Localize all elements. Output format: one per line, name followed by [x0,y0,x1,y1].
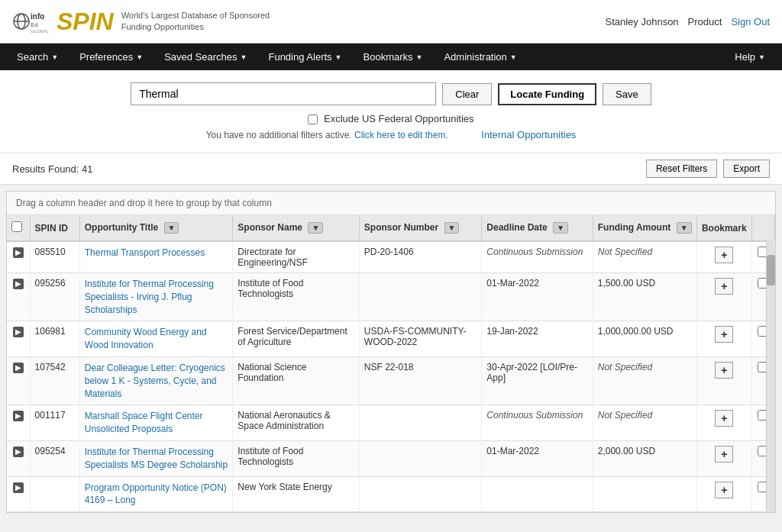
bookmark-button[interactable]: + [715,410,733,427]
product-link[interactable]: Product [688,16,722,27]
save-button[interactable]: Save [603,83,651,105]
th-funding-amount: Funding Amount ▼ [593,215,696,241]
nav-preferences[interactable]: Preferences ▼ [69,44,153,70]
opp-title-cell: Program Opportunity Notice (PON) 4169 – … [79,476,233,512]
nav-administration[interactable]: Administration ▼ [433,44,527,70]
preferences-arrow: ▼ [136,53,143,61]
bookmark-cell: + [696,405,751,441]
opp-title-link[interactable]: Institute for Thermal Processing Special… [85,279,214,315]
search-input[interactable] [131,82,436,105]
bookmark-button[interactable]: + [715,326,733,343]
header-right: Stanley Johnson Product Sign Out [605,16,770,27]
opp-title-filter[interactable]: ▼ [164,222,179,234]
bookmark-cell: + [696,273,751,321]
expand-button[interactable]: ▶ [13,363,24,373]
nav-bar: Search ▼ Preferences ▼ Saved Searches ▼ … [0,44,782,70]
opp-title-cell: Institute for Thermal Processing Special… [79,441,233,477]
spin-id-cell: 095254 [30,441,79,477]
sponsor-name-cell: Directorate for Engineering/NSF [233,241,359,273]
funding-alerts-arrow: ▼ [335,53,342,61]
nav-help[interactable]: Help ▼ [724,44,776,70]
reset-filters-button[interactable]: Reset Filters [646,160,717,178]
expand-button[interactable]: ▶ [13,411,24,421]
sponsor-name-cell: Institute of Food Technologists [233,441,359,477]
svg-text:Ed: Ed [31,21,38,28]
export-button[interactable]: Export [723,160,770,178]
main-content: Drag a column header and drop it here to… [6,191,776,513]
signout-link[interactable]: Sign Out [731,16,770,27]
bookmark-button[interactable]: + [715,247,733,263]
sponsor-name-cell: Institute of Food Technologists [233,273,359,321]
bookmark-button[interactable]: + [715,278,733,295]
funding-amount-cell [593,476,696,512]
bookmark-cell: + [696,357,751,405]
spin-id-cell: 001117 [30,405,79,441]
nav-bookmarks[interactable]: Bookmarks ▼ [353,44,434,70]
funding-filter[interactable]: ▼ [677,222,692,234]
sponsor-name-cell: National Aeronautics & Space Administrat… [233,405,359,441]
opp-title-link[interactable]: Thermal Transport Processes [85,247,205,258]
funding-amount-cell: Not Specified [593,357,696,405]
nav-search[interactable]: Search ▼ [6,44,69,70]
sponsor-number-cell [359,476,481,512]
expand-button[interactable]: ▶ [13,327,24,337]
opp-title-cell: Institute for Thermal Processing Special… [79,273,233,321]
internal-opportunities-link[interactable]: Internal Opportunities [481,129,576,140]
expand-button[interactable]: ▶ [13,447,24,457]
sponsor-number-cell: NSF 22-018 [359,357,481,405]
bookmark-cell: + [696,476,751,512]
table-row: ▶Program Opportunity Notice (PON) 4169 –… [7,476,775,512]
search-row: Clear Locate Funding Save [12,82,770,105]
spin-id-cell: 095256 [30,273,79,321]
select-all-checkbox[interactable] [11,221,22,232]
bookmark-button[interactable]: + [715,446,733,463]
exclude-checkbox[interactable] [308,114,318,124]
deadline-cell [482,476,593,512]
filter-info: You have no additional filters active. C… [12,129,770,140]
table-row: ▶106981Community Wood Energy and Wood In… [7,321,775,357]
sponsor-name-cell: Forest Service/Department of Agriculture [233,321,359,357]
funding-amount-cell: Not Specified [593,405,696,441]
sponsor-name-filter[interactable]: ▼ [308,222,323,234]
table-row: ▶085510Thermal Transport ProcessesDirect… [7,241,775,273]
bookmark-cell: + [696,441,751,477]
deadline-cell: 19-Jan-2022 [482,321,593,357]
locate-funding-button[interactable]: Locate Funding [498,83,596,105]
opp-title-link[interactable]: Marshall Space Flight Center Unsolicited… [85,411,203,434]
spin-id-cell: 106981 [30,321,79,357]
bookmark-button[interactable]: + [715,482,733,498]
nav-left: Search ▼ Preferences ▼ Saved Searches ▼ … [6,44,528,70]
opp-title-cell: Dear Colleague Letter: Cryogenics below … [79,357,233,405]
sponsor-number-cell [359,273,481,321]
opp-title-link[interactable]: Institute for Thermal Processing Special… [85,447,228,470]
sponsor-number-cell: PD-20-1406 [359,241,481,273]
sponsor-number-cell: USDA-FS-COMMUNITY-WOOD-2022 [359,321,481,357]
opp-title-link[interactable]: Program Opportunity Notice (PON) 4169 – … [85,482,227,506]
bookmark-cell: + [696,321,751,357]
edit-filters-link[interactable]: Click here to edit them. [354,130,448,140]
bookmark-button[interactable]: + [715,362,733,379]
deadline-cell: 01-Mar-2022 [482,441,593,477]
help-arrow: ▼ [758,53,765,61]
exclude-label[interactable]: Exclude US Federal Opportunities [308,113,473,124]
nav-saved-searches[interactable]: Saved Searches ▼ [153,44,257,70]
sponsor-name-cell: National Science Foundation [233,357,359,405]
expand-button[interactable]: ▶ [13,482,24,493]
results-actions: Reset Filters Export [646,160,770,178]
opp-title-link[interactable]: Community Wood Energy and Wood Innovatio… [85,327,207,350]
sponsor-number-filter[interactable]: ▼ [444,222,460,234]
nav-right: Help ▼ [724,44,776,70]
expand-button[interactable]: ▶ [13,279,24,289]
svg-text:info: info [31,12,44,21]
search-area: Clear Locate Funding Save Exclude US Fed… [0,70,782,153]
clear-button[interactable]: Clear [442,83,492,105]
deadline-filter[interactable]: ▼ [553,222,568,234]
opp-title-link[interactable]: Dear Colleague Letter: Cryogenics below … [85,363,225,399]
nav-funding-alerts[interactable]: Funding Alerts ▼ [257,44,352,70]
deadline-cell: Continuous Submission [482,405,593,441]
expand-button[interactable]: ▶ [13,247,24,258]
scrollbar[interactable] [766,240,775,512]
funding-amount-cell: 2,000.00 USD [593,441,696,477]
administration-arrow: ▼ [510,53,517,61]
results-count: Results Found: 41 [12,163,93,175]
